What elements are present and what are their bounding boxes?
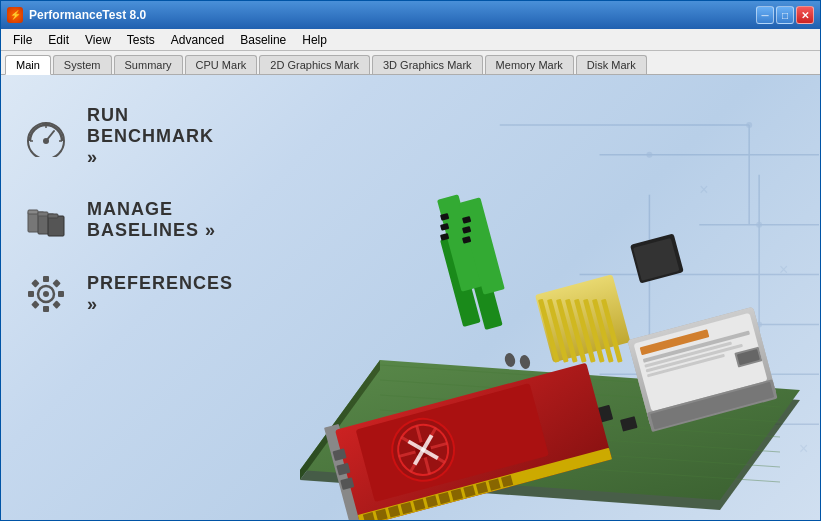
menu-advanced[interactable]: Advanced [163, 31, 232, 49]
menu-bar: File Edit View Tests Advanced Baseline H… [1, 29, 820, 51]
tab-disk-mark[interactable]: Disk Mark [576, 55, 647, 74]
svg-rect-33 [43, 276, 49, 282]
svg-point-21 [43, 138, 49, 144]
preferences-icon [21, 272, 71, 316]
maximize-button[interactable]: □ [776, 6, 794, 24]
menu-tests[interactable]: Tests [119, 31, 163, 49]
svg-rect-40 [31, 279, 39, 287]
manage-baselines-label: MANAGE BASELINES » [87, 199, 221, 241]
manage-baselines-icon [21, 198, 71, 242]
motherboard-illustration [240, 100, 820, 520]
tab-system[interactable]: System [53, 55, 112, 74]
svg-rect-38 [31, 300, 39, 308]
svg-point-32 [43, 291, 49, 297]
menu-edit[interactable]: Edit [40, 31, 77, 49]
menu-baseline[interactable]: Baseline [232, 31, 294, 49]
menu-view[interactable]: View [77, 31, 119, 49]
title-bar: ⚡ PerformanceTest 8.0 ─ □ ✕ [1, 1, 820, 29]
run-benchmark-label: RUN BENCHMARK » [87, 105, 221, 168]
manage-baselines-entry[interactable]: MANAGE BASELINES » [21, 198, 221, 242]
svg-rect-28 [38, 212, 48, 216]
menu-help[interactable]: Help [294, 31, 335, 49]
tab-bar: Main System Summary CPU Mark 2D Graphics… [1, 51, 820, 75]
run-benchmark-entry[interactable]: RUN BENCHMARK » [21, 105, 221, 168]
tab-3d-graphics[interactable]: 3D Graphics Mark [372, 55, 483, 74]
preferences-entry[interactable]: PREFERENCES » [21, 272, 221, 316]
app-icon: ⚡ [7, 7, 23, 23]
svg-point-73 [518, 354, 531, 370]
svg-rect-34 [52, 279, 60, 287]
svg-rect-39 [28, 291, 34, 297]
svg-rect-35 [58, 291, 64, 297]
svg-rect-29 [48, 216, 64, 236]
svg-rect-26 [28, 210, 38, 214]
main-window: ⚡ PerformanceTest 8.0 ─ □ ✕ File Edit Vi… [0, 0, 821, 521]
minimize-button[interactable]: ─ [756, 6, 774, 24]
tab-2d-graphics[interactable]: 2D Graphics Mark [259, 55, 370, 74]
tab-memory-mark[interactable]: Memory Mark [485, 55, 574, 74]
tab-main[interactable]: Main [5, 55, 51, 75]
run-benchmark-icon [21, 115, 71, 159]
svg-rect-30 [48, 214, 58, 218]
window-title: PerformanceTest 8.0 [29, 8, 756, 22]
preferences-label: PREFERENCES » [87, 273, 233, 315]
svg-rect-37 [43, 306, 49, 312]
window-controls: ─ □ ✕ [756, 6, 814, 24]
menu-file[interactable]: File [5, 31, 40, 49]
svg-rect-36 [52, 300, 60, 308]
left-panel: RUN BENCHMARK » MANAGE BASELINES » [1, 75, 241, 520]
svg-point-72 [503, 352, 516, 368]
close-button[interactable]: ✕ [796, 6, 814, 24]
tab-cpu-mark[interactable]: CPU Mark [185, 55, 258, 74]
main-content: × × × × [1, 75, 820, 520]
tab-summary[interactable]: Summary [114, 55, 183, 74]
